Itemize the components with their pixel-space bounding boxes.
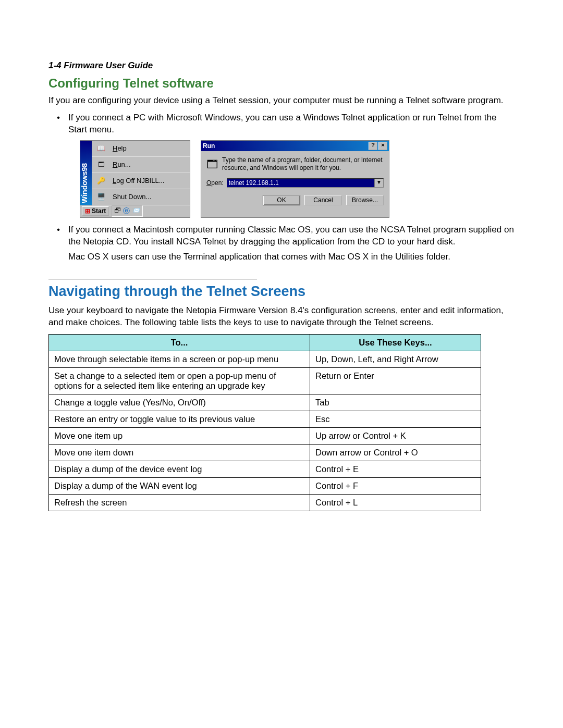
cell-keys: Control + E: [310, 461, 481, 477]
cell-to: Set a change to a selected item or open …: [49, 367, 310, 394]
cell-to: Move one item up: [49, 427, 310, 444]
table-row: Restore an entry or toggle value to its …: [49, 411, 481, 427]
table-row: Display a dump of the WAN event logContr…: [49, 477, 481, 494]
keys-table: To... Use These Keys... Move through sel…: [48, 334, 481, 511]
menu-item-logoff[interactable]: 🔑 Log Off NJBILL...: [92, 172, 190, 189]
shutdown-icon: 🖥️: [95, 191, 107, 203]
bullet-pc-windows: If you connect a PC with Microsoft Windo…: [48, 112, 515, 136]
table-row: Set a change to a selected item or open …: [49, 367, 481, 394]
menu-label-run: Run...: [113, 161, 131, 168]
table-row: Change a toggle value (Yes/No, On/Off)Ta…: [49, 394, 481, 411]
open-input[interactable]: [227, 179, 374, 187]
taskbar: ⊞ Start 🗗 ⓔ 📨: [80, 205, 190, 217]
cell-to: Refresh the screen: [49, 494, 310, 511]
close-button[interactable]: ×: [378, 142, 387, 150]
run-icon: 🗔: [95, 159, 107, 170]
quick-launch-tray: 🗗 ⓔ 📨: [112, 205, 143, 217]
th-keys: Use These Keys...: [310, 334, 481, 351]
browse-label: Browse...: [352, 196, 378, 204]
cell-to: Restore an entry or toggle value to its …: [49, 411, 310, 427]
start-button[interactable]: ⊞ Start: [82, 206, 109, 216]
menu-label-help: Help: [113, 144, 127, 152]
th-to: To...: [49, 334, 310, 351]
table-row: Display a dump of the device event logCo…: [49, 461, 481, 477]
cell-keys: Down arrow or Control + O: [310, 444, 481, 461]
cell-keys: Up arrow or Control + K: [310, 427, 481, 444]
browse-button[interactable]: Browse...: [346, 195, 384, 205]
ie-icon[interactable]: ⓔ: [123, 206, 130, 216]
section-divider: [48, 279, 257, 279]
combo-dropdown-icon[interactable]: ▼: [374, 179, 383, 187]
open-label: Open:: [206, 179, 224, 187]
table-row: Move one item upUp arrow or Control + K: [49, 427, 481, 444]
cell-keys: Up, Down, Left, and Right Arrow: [310, 351, 481, 367]
run-dialog-icon: 🗔: [206, 156, 218, 173]
start-menu-panel: Windows98 📖 Help 🗔 Run... 🔑 Log Off NJBI…: [80, 140, 190, 218]
menu-label-logoff: Log Off NJBILL...: [113, 177, 165, 184]
section2-intro: Use your keyboard to navigate the Netopi…: [48, 305, 515, 329]
cell-keys: Return or Enter: [310, 367, 481, 394]
section-title-configuring: Configuring Telnet software: [48, 76, 515, 91]
bullet-macintosh: If you connect a Macintosh computer runn…: [48, 224, 515, 248]
run-titlebar: Run ? ×: [201, 141, 389, 151]
menu-item-shutdown[interactable]: 🖥️ Shut Down...: [92, 189, 190, 205]
page-header: 1-4 Firmware User Guide: [48, 60, 515, 71]
windows-logo-icon: ⊞: [85, 207, 90, 215]
outlook-icon[interactable]: 📨: [132, 206, 140, 216]
menu-item-help[interactable]: 📖 Help: [92, 141, 190, 156]
mac-osx-note: Mac OS X users can use the Terminal appl…: [68, 251, 515, 263]
help-icon: 📖: [95, 143, 107, 154]
cell-keys: Tab: [310, 394, 481, 411]
start-sidebar-label: Windows98: [80, 163, 90, 203]
cell-to: Change a toggle value (Yes/No, On/Off): [49, 394, 310, 411]
screenshot-row: Windows98 📖 Help 🗔 Run... 🔑 Log Off NJBI…: [80, 140, 515, 218]
start-menu-sidebar: Windows98: [80, 141, 92, 205]
ok-button[interactable]: OK: [263, 195, 300, 205]
section1-intro: If you are configuring your device using…: [48, 95, 515, 107]
cell-to: Move one item down: [49, 444, 310, 461]
cell-to: Display a dump of the WAN event log: [49, 477, 310, 494]
table-row: Refresh the screenControl + L: [49, 494, 481, 511]
menu-label-shutdown: Shut Down...: [113, 193, 151, 201]
menu-item-run[interactable]: 🗔 Run...: [92, 156, 190, 172]
cell-to: Move through selectable items in a scree…: [49, 351, 310, 367]
cell-keys: Esc: [310, 411, 481, 427]
table-row: Move one item downDown arrow or Control …: [49, 444, 481, 461]
start-button-label: Start: [92, 207, 106, 215]
run-title: Run: [203, 142, 215, 150]
desktop-icon[interactable]: 🗗: [114, 206, 121, 216]
cell-keys: Control + F: [310, 477, 481, 494]
run-dialog-text: Type the name of a program, folder, docu…: [222, 156, 384, 172]
run-dialog: Run ? × 🗔 Type the name of a program, fo…: [201, 140, 389, 218]
logoff-icon: 🔑: [95, 175, 107, 187]
cell-to: Display a dump of the device event log: [49, 461, 310, 477]
cell-keys: Control + L: [310, 494, 481, 511]
table-row: Move through selectable items in a scree…: [49, 351, 481, 367]
help-button[interactable]: ?: [369, 142, 377, 150]
section-title-navigating: Navigating through the Telnet Screens: [48, 283, 515, 300]
cancel-button[interactable]: Cancel: [304, 195, 342, 205]
